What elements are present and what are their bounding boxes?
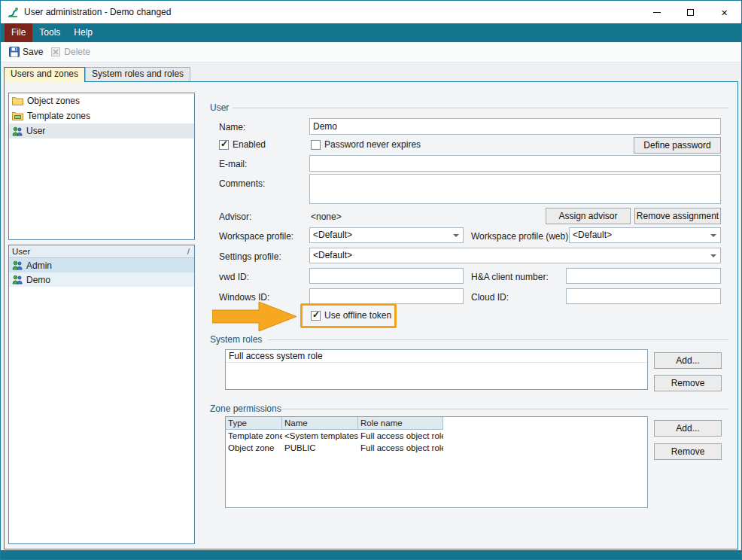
zone-permissions-remove-button[interactable]: Remove [654,443,722,460]
assign-advisor-button[interactable]: Assign advisor [546,208,631,224]
ha-client-number-label: H&A client number: [471,272,549,282]
cloud-id-input[interactable] [566,288,721,304]
group-divider [280,409,728,409]
user-icon [12,275,23,285]
list-item-label: Demo [26,275,50,285]
system-roles-list: Full access system role [225,349,648,390]
chevron-down-icon [453,234,459,237]
advisor-value: <none> [311,212,342,222]
settings-profile-select[interactable]: <Default> [309,248,721,263]
users-icon [12,126,23,136]
tree-item-object-zones[interactable]: Object zones [9,93,194,108]
tab-system-roles-and-roles[interactable]: System roles and roles [85,67,190,81]
list-item-label: Admin [26,260,52,271]
use-offline-token-label: Use offline token [324,310,391,321]
vwd-id-label: vwd ID: [219,272,249,282]
use-offline-token-checkbox[interactable]: Use offline token [311,310,391,321]
column-header-type[interactable]: Type [226,417,282,430]
folder-icon [12,96,23,105]
enabled-label: Enabled [233,139,266,150]
define-password-button[interactable]: Define password [634,137,721,154]
cell-type: Template zone [226,430,282,442]
user-list-column-header[interactable]: User / [9,245,194,258]
minimize-icon [653,12,661,13]
app-icon [7,6,19,18]
workspace-profile-label: Workspace profile: [219,231,293,242]
selected-value: <Default> [573,230,612,240]
comments-input[interactable] [309,174,721,204]
titlebar[interactable]: User administration - Demo changed [1,1,741,23]
comments-label: Comments: [219,178,265,189]
column-header-role-name[interactable]: Role name [358,417,443,430]
selected-value: <Default> [313,230,352,240]
cell-name: <System templates> [282,430,358,442]
advisor-label: Advisor: [219,212,251,222]
list-item-system-role[interactable]: Full access system role [226,350,647,363]
table-header-row: Type Name Role name [226,417,647,430]
name-label: Name: [219,122,245,132]
enabled-checkbox[interactable]: Enabled [219,139,266,150]
cell-role-name: Full access object role [358,430,443,442]
table-row-template-zone[interactable]: Template zone <System templates> Full ac… [226,430,647,442]
system-roles-remove-button[interactable]: Remove [654,375,722,391]
ha-client-number-input[interactable] [566,268,721,284]
list-item-demo[interactable]: Demo [9,272,194,287]
group-divider [233,108,728,108]
settings-profile-label: Settings profile: [219,251,281,262]
cell-type: Object zone [226,442,282,454]
save-icon [9,47,20,57]
column-header-name[interactable]: Name [282,417,358,430]
tree-item-template-zones[interactable]: Template zones [9,108,194,123]
windows-id-input[interactable] [309,288,464,304]
zone-permissions-table: Type Name Role name Template zone <Syste… [225,416,648,508]
tree-item-label: Object zones [27,96,80,106]
tree-item-user[interactable]: User [9,123,194,138]
delete-label: Delete [64,47,90,57]
tab-users-and-zones[interactable]: Users and zones [4,67,85,82]
status-bar [1,550,741,559]
maximize-button[interactable] [674,1,707,23]
minimize-button[interactable] [640,1,674,23]
workspace-profile-web-label: Workspace profile (web): [471,231,571,242]
email-input[interactable] [309,155,721,172]
zones-tree-panel: Object zones Template zones [8,93,195,240]
template-folder-icon [12,111,23,120]
tab-strip: Users and zones System roles and roles [4,67,190,81]
list-item-admin[interactable]: Admin [9,258,194,272]
name-input[interactable] [309,118,721,135]
chevron-down-icon [710,254,716,257]
remove-assignment-button[interactable]: Remove assignment [634,208,721,224]
zone-permissions-group-label: Zone permissions [210,403,281,414]
system-roles-add-button[interactable]: Add... [654,352,722,369]
tree-item-label: Template zones [27,111,90,121]
menu-file[interactable]: File [5,23,32,42]
password-never-expires-label: Password never expires [324,139,421,150]
cell-role-name: Full access object role [358,442,443,454]
workspace-profile-select[interactable]: <Default> [309,227,464,243]
user-icon [12,260,23,270]
save-label: Save [23,47,43,57]
chevron-down-icon [710,234,716,237]
checkbox-unchecked-icon [311,140,321,150]
delete-button[interactable]: Delete [47,44,94,59]
menu-help[interactable]: Help [67,23,99,42]
tree-item-label: User [26,126,45,136]
close-button[interactable] [707,1,741,23]
menu-tools[interactable]: Tools [32,23,67,42]
content-area: Object zones Template zones [4,81,738,549]
workspace-profile-web-select[interactable]: <Default> [569,227,721,243]
app-window: User administration - Demo changed File … [0,0,742,560]
table-row-object-zone[interactable]: Object zone PUBLIC Full access object ro… [226,442,647,454]
menubar: File Tools Help [1,23,741,42]
save-button[interactable]: Save [5,44,47,59]
zone-permissions-add-button[interactable]: Add... [654,420,722,437]
maximize-icon [687,9,694,16]
checkbox-checked-icon [311,311,321,321]
annotation-arrow-icon [212,300,298,333]
sort-indicator-icon: / [187,245,190,257]
password-never-expires-checkbox[interactable]: Password never expires [311,139,421,150]
window-controls [640,1,741,23]
selected-value: <Default> [313,250,352,260]
cloud-id-label: Cloud ID: [471,292,509,303]
vwd-id-input[interactable] [309,268,464,284]
